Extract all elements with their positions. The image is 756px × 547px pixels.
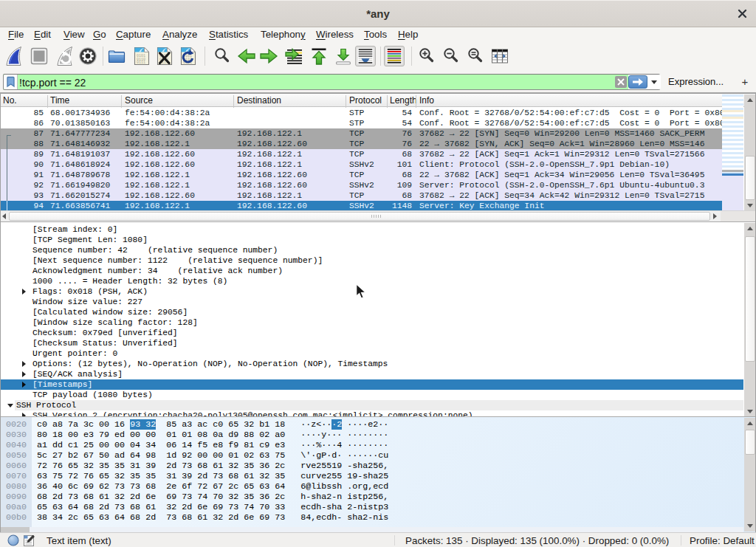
svg-text:0111: 0111 [137,61,145,65]
